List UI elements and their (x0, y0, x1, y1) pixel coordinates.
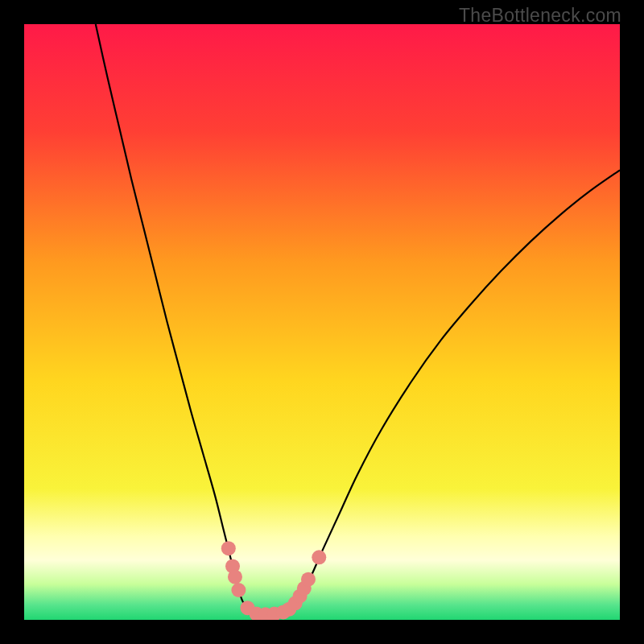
bottleneck-curve-chart (24, 24, 620, 620)
highlight-dot (228, 570, 242, 584)
highlight-dot (231, 583, 246, 597)
highlight-dot (301, 572, 316, 587)
chart-frame (24, 24, 620, 620)
gradient-background (24, 24, 620, 620)
highlight-dot (221, 541, 236, 555)
highlight-dot (312, 550, 326, 564)
watermark-text: TheBottleneck.com (459, 5, 621, 27)
